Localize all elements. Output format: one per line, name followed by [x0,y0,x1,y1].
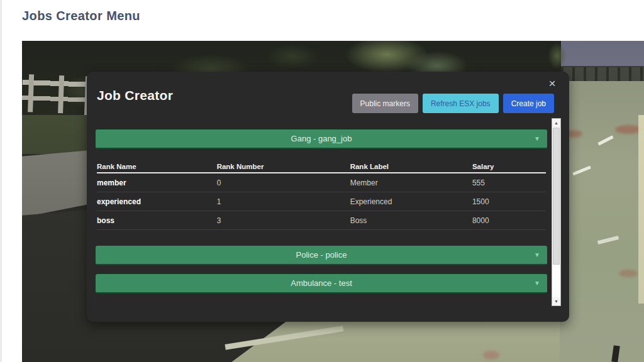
job-creator-modal: × Job Creator Public markers Refresh ESX… [87,72,569,322]
page-title: Jobs Creator Menu [22,9,140,23]
white-fence [22,74,97,118]
rank-label-cell: Boss [350,216,472,225]
road-right [560,81,644,362]
rank-number-cell: 0 [217,178,350,187]
chevron-down-icon: ▼ [534,251,540,258]
rank-number-cell: 3 [217,216,350,225]
salary-cell: 1500 [472,197,546,206]
public-markers-button[interactable]: Public markers [352,94,418,113]
sidewalk [22,150,97,217]
fence-post [28,74,34,112]
table-header-row: Rank Name Rank Number Rank Label Salary [97,160,546,173]
chevron-down-icon: ▼ [534,280,540,287]
accordion-label: Ambulance - test [291,278,352,288]
rank-label-cell: Member [350,178,472,187]
col-header-rank-label: Rank Label [350,163,472,170]
lane-marking [597,236,619,244]
rank-name-cell: member [97,178,217,187]
page-left-border [0,0,2,362]
ranks-table: Rank Name Rank Number Rank Label Salary … [97,160,546,230]
lane-marking [597,135,613,145]
col-header-rank-name: Rank Name [97,163,217,170]
table-row[interactable]: boss 3 Boss 8000 [97,211,546,230]
fence-post [58,75,64,113]
road-stain [619,270,638,277]
modal-scrollbar[interactable]: ▲ ▼ [552,118,561,306]
rank-name-cell: experienced [97,197,217,206]
roadside-wall [638,115,644,304]
page: Jobs Creator Menu × Job Creator [0,0,644,362]
close-icon[interactable]: × [545,77,559,90]
road-stain [615,125,641,134]
rank-name-cell: boss [97,216,217,225]
table-row[interactable]: member 0 Member 555 [97,173,546,192]
refresh-esx-jobs-button[interactable]: Refresh ESX jobs [423,94,499,113]
table-row[interactable]: experienced 1 Experienced 1500 [97,192,546,211]
accordion-ambulance[interactable]: Ambulance - test ▼ [96,274,547,293]
chevron-down-icon: ▼ [534,135,540,142]
accordion-label: Gang - gang_job [291,134,352,143]
salary-cell: 555 [472,178,546,187]
scroll-down-icon[interactable]: ▼ [552,297,560,305]
scrollbar-thumb[interactable] [553,128,560,265]
salary-cell: 8000 [472,216,546,225]
guardrail-silhouette [561,66,644,81]
modal-title: Job Creator [97,88,173,103]
scroll-up-icon[interactable]: ▲ [552,119,560,127]
col-header-salary: Salary [472,163,546,170]
road-stain [483,351,499,359]
accordion-police[interactable]: Police - police ▼ [96,246,547,265]
rank-number-cell: 1 [217,197,350,206]
accordion-gang-job[interactable]: Gang - gang_job ▼ [96,129,547,149]
rank-label-cell: Experienced [350,197,472,206]
create-job-button[interactable]: Create job [503,94,554,113]
grass-strip [22,115,96,154]
accordion-label: Police - police [296,250,347,260]
lane-marking [572,166,591,176]
col-header-rank-number: Rank Number [217,163,350,170]
modal-toolbar: Public markers Refresh ESX jobs Create j… [352,94,554,113]
